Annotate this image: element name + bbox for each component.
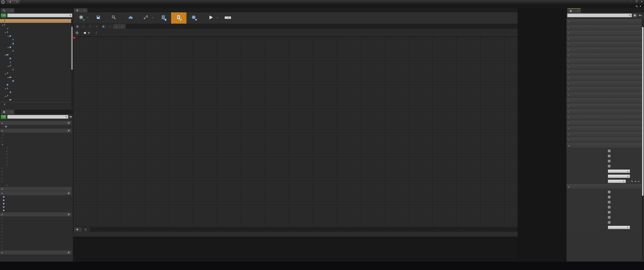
checkbox[interactable] bbox=[608, 155, 610, 157]
property-matrix-button[interactable] bbox=[633, 14, 637, 17]
category-health[interactable]: ▷ bbox=[0, 237, 72, 240]
dropdown[interactable]: ▼ bbox=[608, 175, 630, 178]
checkbox[interactable] bbox=[608, 216, 610, 219]
add-new-button[interactable]: ▼ bbox=[1, 115, 6, 119]
edit-parent-class-icon[interactable] bbox=[639, 5, 642, 8]
debug-object-dropdown[interactable]: ▼ bbox=[225, 17, 231, 19]
details-category-abilities[interactable]: ▷ bbox=[566, 36, 642, 42]
expander-icon[interactable]: ▷ bbox=[1, 224, 3, 226]
close-icon[interactable]: ✕ bbox=[11, 10, 12, 12]
close-button[interactable]: ✕ bbox=[641, 0, 642, 3]
toolbar-button-find[interactable] bbox=[123, 12, 139, 24]
expander-icon[interactable]: ▷ bbox=[1, 140, 3, 142]
tab-details[interactable]: ✕ bbox=[567, 8, 581, 13]
details-category-input[interactable]: ▷ bbox=[566, 103, 642, 109]
tree-item-capsulecomponent[interactable]: ◢ bbox=[0, 23, 71, 27]
section-event-dispatchers[interactable]: ◢+ bbox=[0, 250, 72, 254]
details-category-roll-animations[interactable]: ▷ bbox=[566, 87, 642, 92]
tree-item-dropweaponlocation[interactable] bbox=[0, 83, 71, 87]
forward-icon[interactable]: ▶ bbox=[88, 31, 90, 35]
maximize-button[interactable]: ❐ bbox=[636, 0, 638, 3]
add-icon[interactable]: + bbox=[67, 129, 70, 132]
details-category-health[interactable]: ▷ bbox=[566, 42, 642, 47]
doc-tab-viewport[interactable]: ✕ bbox=[74, 24, 86, 29]
doc-tab-event-graph[interactable]: ✕ bbox=[100, 24, 112, 29]
chevron-down-icon[interactable]: ▼ bbox=[152, 17, 153, 19]
checkbox[interactable] bbox=[608, 211, 610, 214]
list-item-fov-modifier[interactable] bbox=[0, 163, 72, 166]
checkbox[interactable] bbox=[608, 196, 610, 198]
checkbox[interactable]: ✓ bbox=[608, 221, 610, 224]
details-search-input[interactable] bbox=[567, 14, 632, 17]
expander-icon[interactable]: ▷ bbox=[1, 244, 3, 246]
find-parent-class-icon[interactable] bbox=[636, 5, 638, 8]
category-grenades[interactable]: ▷ bbox=[0, 243, 72, 247]
expander-icon[interactable]: ▷ bbox=[1, 237, 3, 239]
category-inventory[interactable]: ▷ bbox=[0, 170, 72, 173]
toolbar-button-save[interactable] bbox=[91, 12, 106, 24]
expander-icon[interactable]: ◢ bbox=[4, 32, 6, 33]
toolbar-button-simulation[interactable] bbox=[186, 12, 202, 24]
expander-icon[interactable]: ◢ bbox=[7, 76, 9, 78]
details-category-hud[interactable]: ▷ bbox=[566, 30, 642, 36]
expander-icon[interactable]: ▷ bbox=[1, 171, 3, 172]
list-item-playweaponraisemontage[interactable] bbox=[0, 205, 72, 209]
dropdown[interactable]: ▼ bbox=[608, 170, 630, 173]
add-icon[interactable]: + bbox=[67, 192, 70, 195]
back-icon[interactable]: ◀ bbox=[83, 31, 86, 35]
list-item-updatecamera[interactable] bbox=[0, 153, 72, 156]
details-category-character[interactable]: ▷ bbox=[566, 137, 642, 143]
toolbar-button-class-defaults[interactable] bbox=[171, 12, 186, 24]
expander-icon[interactable]: ▷ bbox=[1, 177, 3, 179]
dropdown[interactable]: ▼ bbox=[608, 180, 626, 183]
tab-toolbar[interactable]: ✕ bbox=[74, 8, 88, 12]
close-icon[interactable]: ✕ bbox=[109, 26, 110, 28]
details-category-mantle-system[interactable]: ▷ bbox=[566, 115, 642, 120]
bottom-tab-find-results[interactable] bbox=[82, 227, 90, 232]
category-other[interactable]: ▷ bbox=[0, 247, 72, 250]
tree-item-interactprompthelper[interactable] bbox=[0, 60, 71, 64]
close-icon[interactable]: ✕ bbox=[577, 10, 579, 12]
checkbox[interactable] bbox=[608, 165, 610, 168]
close-icon[interactable]: ✕ bbox=[96, 26, 97, 28]
expander-icon[interactable]: ▷ bbox=[1, 241, 3, 243]
tree-item-staticmesh[interactable] bbox=[0, 42, 71, 45]
components-search-input[interactable] bbox=[7, 14, 72, 17]
add-icon[interactable]: + bbox=[67, 121, 70, 124]
close-icon[interactable]: ✕ bbox=[84, 9, 85, 12]
expander-icon[interactable]: ◢ bbox=[4, 54, 6, 56]
add-icon[interactable]: + bbox=[67, 213, 70, 216]
list-item-playweaponlowermontage[interactable] bbox=[0, 209, 72, 212]
list-item-hitdirectioncalculation[interactable] bbox=[0, 202, 72, 205]
tree-item-projectilespawntpp[interactable] bbox=[0, 79, 71, 83]
tree-item-heldobjectroot[interactable]: ◢ bbox=[0, 34, 71, 38]
details-category-actor-tick[interactable]: ▷ bbox=[566, 19, 642, 25]
visibility-filter-icon[interactable] bbox=[69, 115, 72, 118]
details-category-do-not-touch[interactable]: ▷ bbox=[566, 25, 642, 30]
list-item-tps-camyawfix[interactable] bbox=[0, 156, 72, 160]
favorite-star-icon[interactable] bbox=[76, 31, 79, 34]
section-variables[interactable]: ◢+ bbox=[0, 212, 72, 216]
checkbox[interactable] bbox=[608, 191, 610, 193]
category-hud[interactable]: ▷ bbox=[0, 226, 72, 230]
my-blueprint-search-input[interactable] bbox=[7, 115, 68, 119]
add-icon[interactable]: + bbox=[67, 251, 70, 254]
tree-item-projectilespawn[interactable] bbox=[0, 57, 71, 60]
close-icon[interactable]: ✕ bbox=[83, 26, 84, 28]
section-interfaces[interactable]: ◢ bbox=[0, 187, 72, 191]
toolbar-button-browse[interactable] bbox=[106, 12, 122, 24]
details-category-movement-system[interactable]: ▷ bbox=[566, 109, 642, 115]
details-category-ragdoll-system[interactable]: ▷ bbox=[566, 126, 642, 132]
expander-icon[interactable]: ◢ bbox=[7, 65, 9, 67]
list-item-constructionscript[interactable] bbox=[0, 132, 72, 136]
category-abilities[interactable]: ▷ bbox=[0, 230, 72, 233]
list-item-linetracebychannel[interactable] bbox=[0, 146, 72, 150]
expander-icon[interactable]: ▷ bbox=[1, 234, 3, 236]
details-category-camera-system[interactable]: ▷ bbox=[566, 132, 642, 137]
reset-to-default-icon[interactable]: ↩ bbox=[638, 180, 640, 183]
use-selected-icon[interactable]: ← bbox=[627, 180, 630, 183]
expander-icon[interactable]: ▷ bbox=[1, 231, 3, 232]
list-item-eventgraph[interactable]: ▷ bbox=[0, 125, 72, 128]
list-item-character-tweaks[interactable] bbox=[0, 183, 72, 187]
details-category-weapon-related[interactable]: ▷ bbox=[566, 70, 642, 75]
